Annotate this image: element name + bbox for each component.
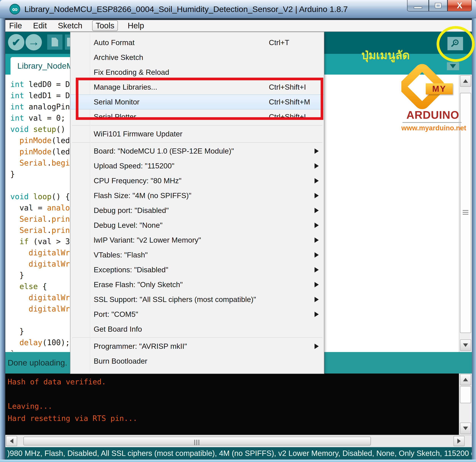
menu-item-lwip-variant-v2-lower-memory[interactable]: lwIP Variant: "v2 Lower Memory" [70,233,324,248]
menu-item-cpu-frequency-80-mhz[interactable]: CPU Frequency: "80 MHz" [70,173,324,188]
logo-brand-text: ARDUINO [401,108,464,121]
window-border-bottom [0,460,476,462]
menu-item-get-board-info[interactable]: Get Board Info [70,322,324,337]
menu-item-exceptions-disabled[interactable]: Exceptions: "Disabled" [70,262,324,277]
console-output: Hash of data verified. Leaving...Hard re… [5,373,472,435]
logo-url-text: www.myarduino.net [401,124,464,132]
code-line: } [10,326,70,337]
submenu-arrow-icon [314,297,319,302]
console-scroll-up-button[interactable] [460,374,471,385]
scroll-left-button[interactable] [6,436,17,446]
code-line: int analogPin [10,101,70,112]
menu-item-vtables-flash[interactable]: VTables: "Flash" [70,248,324,262]
menu-item-wifi101-firmware-updater[interactable]: WiFi101 Firmware Updater [70,126,324,141]
menu-item-port-com5[interactable]: Port: "COM5" [70,307,324,322]
minimize-button[interactable] [407,0,429,11]
menubar-item-help[interactable]: Help [127,21,145,31]
menu-item-auto-format[interactable]: Auto FormatCtrl+T [70,35,324,50]
code-line: else { [10,281,70,292]
menu-item-label: SSL Support: "All SSL ciphers (most comp… [94,295,256,304]
console-scroll-thumb[interactable] [460,386,471,403]
submenu-arrow-icon [314,223,319,228]
console-line [8,388,137,400]
menubar-item-tools[interactable]: Tools [92,20,118,31]
triangle-down-icon [463,343,468,347]
code-line: digitalWr [10,258,70,270]
menubar-item-edit[interactable]: Edit [32,21,48,31]
code-line: int val = 0; [10,112,70,124]
board-info-text: )980 MHz, Flash, Disabled, All SSL ciphe… [7,449,472,458]
new-sketch-button[interactable] [47,34,62,50]
code-line: val = analo [10,202,70,214]
menu-item-burn-bootloader[interactable]: Burn Bootloader [70,354,324,369]
console-line: Hard resetting via RTS pin... [8,412,137,425]
menu-item-erase-flash-only-sketch[interactable]: Erase Flash: "Only Sketch" [70,277,324,292]
submenu-arrow-icon [314,193,319,198]
code-line: digitalWr [10,247,70,258]
code-line: Serial.prin [10,214,70,225]
code-line: } [10,270,70,281]
menu-item-debug-level-none[interactable]: Debug Level: "None" [70,218,324,233]
scroll-right-button[interactable] [453,436,465,446]
menu-item-upload-speed-115200[interactable]: Upload Speed: "115200" [70,158,324,173]
menu-item-ssl-support-all-ssl-ciphers-most-compatible[interactable]: SSL Support: "All SSL ciphers (most comp… [70,292,324,307]
menu-item-label: Get Board Info [94,325,142,333]
close-button[interactable]: X [447,0,472,11]
menu-item-board-nodemcu-1-0-esp-12e-module[interactable]: Board: "NodeMCU 1.0 (ESP-12E Module)" [70,144,324,158]
title-bar[interactable]: ∞ Library_NodeMCU_ESP8266_0004_Soil_Humi… [0,0,476,18]
thumb-grip [463,212,468,213]
menu-item-label: Debug port: "Disabled" [94,206,169,215]
upload-button[interactable]: → [26,34,42,50]
verify-button[interactable]: ✔ [8,34,24,50]
menu-item-label: Fix Encoding & Reload [94,68,169,76]
window-border-left [0,18,5,460]
console-text: Hash of data verified. Leaving...Hard re… [8,376,137,425]
scroll-down-button[interactable] [460,339,471,351]
horizontal-scrollbar[interactable] [5,435,472,447]
menu-bar: FileEditSketchToolsHelp [5,18,472,32]
code-line: digitalWr [10,303,70,314]
code-line: if (val > 3 [10,236,70,247]
menu-item-label: Programmer: "AVRISP mkII" [94,342,187,350]
menu-item-label: Erase Flash: "Only Sketch" [94,280,183,289]
thumb-grip [463,210,468,211]
code-line: int ledD1 = D [10,90,70,101]
code-text: int ledD0 = Dint ledD1 = Dint analogPini… [10,79,70,359]
code-line [10,314,70,326]
menu-item-label: Board: "NodeMCU 1.0 (ESP-12E Module)" [94,147,234,155]
thumb-grip [463,214,468,215]
triangle-right-icon [457,439,461,444]
status-message: Done uploading. [8,358,67,367]
menu-item-archive-sketch[interactable]: Archive Sketch [70,50,324,65]
code-line: } [10,169,70,180]
menubar-item-sketch[interactable]: Sketch [57,21,83,31]
menu-item-label: WiFi101 Firmware Updater [94,130,182,138]
menu-item-label: CPU Frequency: "80 MHz" [94,177,181,185]
horizontal-scroll-thumb[interactable] [23,437,371,446]
menu-item-flash-size-4m-no-spiffs[interactable]: Flash Size: "4M (no SPIFFS)" [70,188,324,203]
yellow-circle-annotation [436,26,476,63]
maximize-icon [435,3,441,8]
code-line: void loop() { [10,191,70,202]
submenu-arrow-icon [314,252,319,258]
logo-my-badge: MY [426,83,453,94]
submenu-arrow-icon [314,312,319,317]
menu-separator [70,337,324,339]
submenu-arrow-icon [314,267,319,272]
submenu-arrow-icon [314,208,319,213]
code-line: void setup() [10,124,70,135]
submenu-arrow-icon [314,163,319,169]
thumb-grip [196,440,197,446]
thai-annotation-label: ปุ่มเมนูลัด [351,46,420,64]
console-scroll-down-button[interactable] [460,423,471,434]
menu-item-label: Flash Size: "4M (no SPIFFS)" [94,191,191,200]
menu-item-programmer-avrisp-mkii[interactable]: Programmer: "AVRISP mkII" [70,339,324,354]
menu-item-label: Auto Format [94,38,135,47]
submenu-arrow-icon [314,178,319,183]
menu-item-label: Exceptions: "Disabled" [94,266,168,274]
triangle-up-icon [463,378,468,381]
console-vertical-scrollbar[interactable] [459,373,472,435]
menu-item-debug-port-disabled[interactable]: Debug port: "Disabled" [70,203,324,218]
menubar-item-file[interactable]: File [8,21,23,31]
maximize-button[interactable] [429,0,447,11]
